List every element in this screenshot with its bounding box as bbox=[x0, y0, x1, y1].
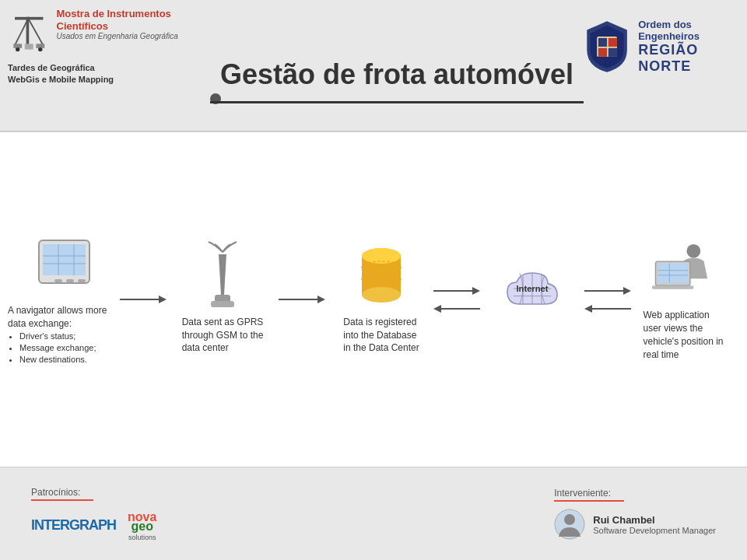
logo-title: Mostra de Instrumentos Científicos bbox=[57, 8, 211, 32]
svg-point-8 bbox=[38, 47, 42, 51]
svg-marker-29 bbox=[317, 296, 325, 303]
logo-left: Mostra de Instrumentos Científicos Usado… bbox=[8, 8, 210, 124]
svg-rect-52 bbox=[658, 264, 688, 283]
svg-rect-15 bbox=[43, 244, 86, 275]
footer-interveniente: Interveniente: Rui Chambel Software Deve… bbox=[554, 488, 716, 540]
svg-point-50 bbox=[686, 244, 700, 258]
svg-point-33 bbox=[362, 248, 401, 264]
svg-marker-25 bbox=[219, 254, 226, 295]
svg-marker-24 bbox=[159, 296, 167, 303]
svg-marker-49 bbox=[584, 305, 592, 313]
logo-bottom-text: Tardes de Geográfica WebGis e Mobile Map… bbox=[8, 62, 210, 86]
person-avatar bbox=[554, 509, 585, 540]
interveniente-label: Interveniente: bbox=[554, 488, 624, 502]
flow-text-webapp: Web application user views the vehicle's… bbox=[643, 309, 723, 361]
svg-marker-39 bbox=[433, 305, 441, 313]
intergraph-logo: INTERGRAPH bbox=[31, 517, 116, 534]
flow-item-webapp: Web application user views the vehicle's… bbox=[627, 237, 739, 361]
regiao-norte: REGIÃO NORTE bbox=[638, 42, 739, 75]
arrow-1 bbox=[120, 292, 167, 307]
navigator-icon bbox=[33, 233, 95, 295]
header: Mostra de Instrumentos Científicos Usado… bbox=[0, 0, 747, 132]
person-details: Rui Chambel Software Development Manager bbox=[593, 514, 716, 535]
svg-line-3 bbox=[29, 19, 43, 45]
flow-item-navigator: A navigator allows more data exchange: D… bbox=[8, 233, 120, 366]
shield-icon bbox=[584, 16, 630, 78]
logo-subtitle: Usados em Engenharia Geográfica bbox=[57, 32, 211, 40]
tower-icon bbox=[8, 8, 51, 54]
svg-rect-21 bbox=[66, 279, 74, 282]
logo-right: Ordem dos Engenheiros REGIÃO NORTE bbox=[584, 8, 739, 86]
svg-point-58 bbox=[564, 514, 575, 525]
svg-rect-6 bbox=[25, 44, 33, 49]
main-content: A navigator allows more data exchange: D… bbox=[0, 132, 747, 467]
svg-rect-12 bbox=[598, 48, 607, 57]
footer-sponsors: Patrocínios: INTERGRAPH nova geo solutio… bbox=[31, 487, 156, 541]
footer-logos: INTERGRAPH nova geo solutions bbox=[31, 510, 156, 541]
ordem-title: Ordem dos Engenheiros bbox=[638, 19, 739, 42]
footer: Patrocínios: INTERGRAPH nova geo solutio… bbox=[0, 467, 747, 560]
svg-rect-56 bbox=[652, 286, 693, 289]
person-info: Rui Chambel Software Development Manager bbox=[554, 509, 716, 540]
svg-rect-22 bbox=[78, 279, 86, 282]
flow-text-database: Data is registered into the Database in … bbox=[343, 316, 419, 355]
flow-text-gprs: Data sent as GPRS through GSM to the dat… bbox=[182, 316, 264, 355]
svg-text:Internet: Internet bbox=[516, 284, 548, 293]
svg-rect-20 bbox=[54, 279, 62, 282]
person-name: Rui Chambel bbox=[593, 514, 716, 526]
svg-point-32 bbox=[362, 287, 401, 303]
novageo-logo: nova geo solutions bbox=[128, 510, 156, 541]
flow-item-internet: Internet bbox=[476, 264, 588, 335]
title-underline bbox=[210, 101, 584, 103]
svg-rect-13 bbox=[608, 48, 617, 57]
double-arrow-2 bbox=[588, 283, 627, 317]
flow-item-gprs: Data sent as GPRS through GSM to the dat… bbox=[167, 244, 279, 355]
flow-item-database: Data is registered into the Database in … bbox=[325, 244, 437, 355]
svg-point-7 bbox=[16, 47, 19, 51]
flow-text-navigator: A navigator allows more data exchange: D… bbox=[8, 304, 120, 366]
database-icon bbox=[350, 244, 412, 306]
ordem-text: Ordem dos Engenheiros REGIÃO NORTE bbox=[638, 19, 739, 75]
svg-rect-11 bbox=[608, 38, 617, 47]
double-arrow bbox=[437, 283, 476, 317]
webapp-user-icon bbox=[652, 237, 714, 299]
sponsors-label: Patrocínios: bbox=[31, 487, 93, 501]
arrow-2 bbox=[279, 292, 325, 307]
logo-text-block: Mostra de Instrumentos Científicos Usado… bbox=[57, 8, 211, 40]
gprs-antenna-icon bbox=[191, 244, 254, 306]
page-title: Gestão de frota automóvel bbox=[210, 58, 584, 91]
svg-rect-27 bbox=[211, 301, 234, 307]
svg-rect-10 bbox=[598, 38, 607, 47]
person-title: Software Development Manager bbox=[593, 526, 716, 535]
internet-cloud-icon: Internet bbox=[501, 264, 563, 326]
